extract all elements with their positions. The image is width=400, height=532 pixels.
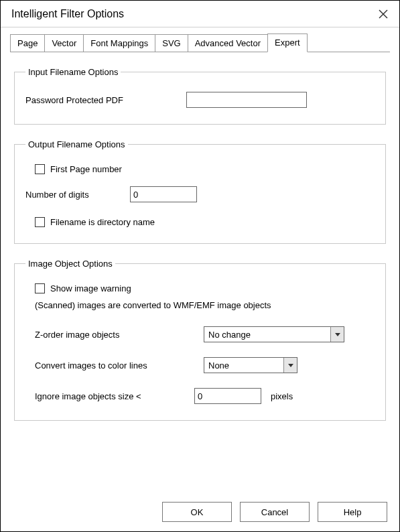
chevron-down-icon (330, 327, 344, 342)
tab-font-mappings[interactable]: Font Mappings (83, 34, 155, 52)
tab-expert[interactable]: Expert (267, 34, 308, 52)
zorder-select[interactable]: No change (204, 326, 344, 342)
ignore-input[interactable] (194, 388, 261, 404)
tab-svg[interactable]: SVG (155, 34, 188, 52)
title-bar: Intelligent Filter Options (1, 1, 399, 27)
ignore-label: Ignore image objects size < (35, 391, 194, 401)
password-label: Password Protected PDF (25, 95, 186, 105)
password-input[interactable] (186, 92, 307, 108)
tab-page-label: Page (17, 38, 38, 48)
ignore-unit: pixels (271, 391, 293, 401)
help-button[interactable]: Help (318, 502, 387, 522)
tab-vector[interactable]: Vector (44, 34, 84, 52)
tab-advanced-vector[interactable]: Advanced Vector (188, 34, 268, 52)
tab-expert-label: Expert (275, 38, 300, 48)
close-icon (379, 9, 388, 19)
show-warning-checkbox[interactable] (35, 283, 45, 293)
scanned-note: (Scanned) images are converted to WMF/EM… (35, 300, 271, 310)
first-page-label: First Page number (50, 164, 122, 174)
group-output-filename: Output Filename Options First Page numbe… (14, 139, 386, 244)
zorder-select-value: No change (204, 330, 330, 340)
group-input-filename: Input Filename Options Password Protecte… (14, 67, 386, 125)
dialog-content: Input Filename Options Password Protecte… (1, 52, 399, 442)
group-output-legend: Output Filename Options (25, 139, 128, 149)
convert-label: Convert images to color lines (35, 360, 204, 371)
digits-input[interactable] (130, 186, 197, 202)
tab-page[interactable]: Page (10, 34, 45, 52)
dialog-title: Intelligent Filter Options (11, 8, 124, 20)
group-input-legend: Input Filename Options (25, 67, 121, 77)
filename-dir-checkbox[interactable] (35, 217, 45, 227)
digits-label: Number of digits (25, 190, 130, 200)
tab-bar: Page Vector Font Mappings SVG Advanced V… (1, 27, 399, 52)
tab-svg-label: SVG (162, 38, 180, 48)
tab-font-mappings-label: Font Mappings (90, 38, 148, 48)
show-warning-label: Show image warning (50, 283, 131, 293)
convert-select[interactable]: None (204, 357, 297, 373)
ok-button[interactable]: OK (162, 502, 232, 522)
group-image-legend: Image Object Options (25, 259, 115, 269)
filename-dir-label: Filename is directory name (50, 217, 155, 227)
chevron-down-icon (283, 358, 297, 373)
tab-vector-label: Vector (52, 38, 76, 48)
cancel-button[interactable]: Cancel (240, 502, 310, 522)
first-page-checkbox[interactable] (35, 164, 45, 174)
dialog-buttons: OK Cancel Help (162, 502, 387, 522)
tab-advanced-vector-label: Advanced Vector (195, 38, 261, 48)
convert-select-value: None (204, 360, 283, 371)
close-button[interactable] (375, 6, 391, 22)
zorder-label: Z-order image objects (35, 330, 204, 340)
group-image-object: Image Object Options Show image warning … (14, 259, 386, 421)
